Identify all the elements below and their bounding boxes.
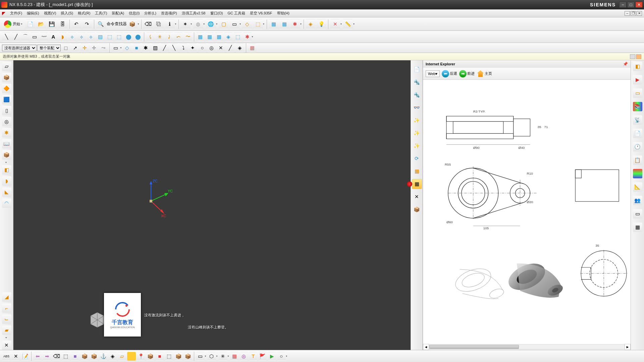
- menu-xk[interactable]: 星空 V6.935F: [250, 11, 272, 16]
- r-tool-12[interactable]: ▭: [633, 209, 642, 219]
- res-history[interactable]: ⟳: [412, 154, 422, 164]
- book-button[interactable]: 📖: [2, 139, 11, 148]
- snap-hatch[interactable]: ▨: [151, 44, 160, 52]
- sel-tool-2[interactable]: ➚: [71, 44, 79, 52]
- b-next[interactable]: ➡: [43, 352, 51, 361]
- res-tool1[interactable]: ✨: [412, 115, 422, 125]
- command-finder-icon[interactable]: 🔍: [96, 19, 106, 29]
- menu-hq[interactable]: 浩强工具v2.58: [182, 11, 206, 16]
- spline-tool[interactable]: 〰: [40, 33, 48, 41]
- fillet-button[interactable]: ◠: [2, 198, 11, 208]
- menu-tools[interactable]: 工具(T): [95, 11, 107, 16]
- b-cube2[interactable]: ■: [71, 352, 79, 361]
- snap-cube2[interactable]: ■: [132, 44, 141, 52]
- snap-window[interactable]: ▭: [111, 44, 120, 52]
- r-tool-10[interactable]: 📐: [633, 182, 642, 192]
- scroll-thumb[interactable]: [429, 345, 519, 349]
- grid5-tool[interactable]: ⬚: [233, 33, 242, 41]
- cylinder-button[interactable]: ▯: [2, 106, 11, 115]
- close-button[interactable]: ✕: [635, 2, 643, 8]
- menu-pref[interactable]: 首选项(P): [161, 11, 177, 16]
- snap-circ1[interactable]: ○: [198, 44, 207, 52]
- table-button[interactable]: ▦: [248, 44, 257, 52]
- r-tool-2[interactable]: ▶: [633, 75, 642, 84]
- filter-select-2[interactable]: 整个装配: [37, 45, 61, 51]
- redo-button[interactable]: ↷: [82, 19, 92, 29]
- start-button[interactable]: 开始▼: [2, 19, 25, 29]
- snap-cursor[interactable]: ◈: [235, 44, 244, 52]
- x-button[interactable]: ✕: [2, 341, 11, 350]
- doc-close-button[interactable]: ✕: [637, 11, 642, 16]
- ie-forward-button[interactable]: ➡前进: [459, 70, 475, 77]
- b-cube1[interactable]: ⬚: [61, 352, 70, 361]
- b-circle[interactable]: ○: [277, 352, 286, 361]
- tool-globe[interactable]: 🌐: [206, 19, 216, 29]
- b-play[interactable]: ▶: [268, 352, 276, 361]
- curve2-tool[interactable]: ✳: [155, 33, 164, 41]
- ie-web-dropdown[interactable]: Web▾: [426, 70, 440, 77]
- r-tool-1[interactable]: ◧: [633, 62, 642, 71]
- snap-cube1[interactable]: ◇: [123, 44, 131, 52]
- r-tool-9[interactable]: [633, 169, 642, 178]
- r-tool-13[interactable]: ▦: [633, 223, 642, 232]
- pattern-button[interactable]: ✱: [2, 128, 11, 137]
- cyl2-tool[interactable]: ⬤: [133, 33, 142, 41]
- shell-button[interactable]: ◧: [2, 165, 11, 175]
- tool-copy[interactable]: ⿻: [154, 19, 164, 29]
- b-grid[interactable]: ▦: [230, 352, 239, 361]
- grid2-tool[interactable]: ▦: [205, 33, 214, 41]
- cube2-tool[interactable]: ⬚: [115, 33, 123, 41]
- b-flag[interactable]: 🚩: [258, 352, 267, 361]
- b-diamond[interactable]: ◈: [108, 352, 117, 361]
- b-prev[interactable]: ⬅: [33, 352, 42, 361]
- b-wire[interactable]: ⬚: [165, 352, 173, 361]
- hole-button[interactable]: ◎: [2, 117, 11, 126]
- cube1-tool[interactable]: ⬚: [105, 33, 114, 41]
- tool-pmi1[interactable]: ▦: [269, 19, 279, 29]
- tool-info[interactable]: 💡: [316, 19, 326, 29]
- graphics-viewport[interactable]: ZC YC XC 千言教育 QIANYAN EDUCATION 没有激流则谈不上…: [13, 60, 411, 350]
- scroll-track[interactable]: [429, 345, 625, 349]
- curve4-tool[interactable]: ⤺: [174, 33, 183, 41]
- ie-home-button[interactable]: 主页: [477, 70, 492, 77]
- tool-datum[interactable]: ◇: [242, 19, 252, 29]
- blend4-button[interactable]: ▰: [2, 325, 11, 335]
- sel-tool-1[interactable]: ◻: [61, 44, 70, 52]
- arc-tool[interactable]: ⌒: [21, 33, 30, 41]
- revolve-button[interactable]: 🔶: [2, 84, 11, 93]
- res-grid1[interactable]: ▦: [412, 166, 422, 176]
- net2-tool[interactable]: ✱: [243, 33, 252, 41]
- b-box3[interactable]: 📦: [183, 352, 192, 361]
- grid1-tool[interactable]: ▦: [196, 33, 205, 41]
- res-constraint[interactable]: 🔩: [412, 90, 422, 100]
- chain3-tool[interactable]: ⟡: [87, 33, 95, 41]
- tool-extrude[interactable]: ⬚: [253, 19, 263, 29]
- res-tool3[interactable]: ✨: [412, 141, 422, 151]
- tool-ruler[interactable]: 📏: [343, 19, 353, 29]
- b-box2[interactable]: 📦: [174, 352, 183, 361]
- menu-analysis[interactable]: 分析(L): [144, 11, 156, 16]
- res-box[interactable]: 📦: [412, 204, 422, 215]
- r-tool-11[interactable]: 👥: [633, 196, 642, 205]
- chain2-tool[interactable]: ⟡: [77, 33, 86, 41]
- text-tool[interactable]: A: [49, 33, 58, 41]
- tool-wcs[interactable]: ✶: [180, 19, 191, 29]
- b-rect[interactable]: ▭: [196, 352, 205, 361]
- res-reuse[interactable]: 👓: [412, 103, 422, 113]
- ie-back-button[interactable]: ⬅后退: [442, 70, 457, 77]
- res-part-nav[interactable]: 📄: [412, 64, 422, 74]
- snap-perp[interactable]: ✦: [189, 44, 197, 52]
- snap-slash[interactable]: ╱: [226, 44, 235, 52]
- b-x[interactable]: ✕: [11, 352, 20, 361]
- snap-tan[interactable]: ⤵: [179, 44, 188, 52]
- res-asm-nav[interactable]: 🔩: [412, 77, 422, 87]
- new-file-button[interactable]: 📄: [25, 19, 36, 29]
- hatch-tool[interactable]: ▤: [96, 33, 105, 41]
- pin-icon[interactable]: 📌: [623, 62, 628, 66]
- line2-tool[interactable]: ╱: [11, 33, 20, 41]
- snap-cross[interactable]: ✕: [217, 44, 225, 52]
- blend1-button[interactable]: ◢: [2, 292, 11, 302]
- menu-info[interactable]: 信息(I): [129, 11, 140, 16]
- b-box1[interactable]: 📦: [146, 352, 155, 361]
- res-x[interactable]: ✕: [412, 192, 422, 202]
